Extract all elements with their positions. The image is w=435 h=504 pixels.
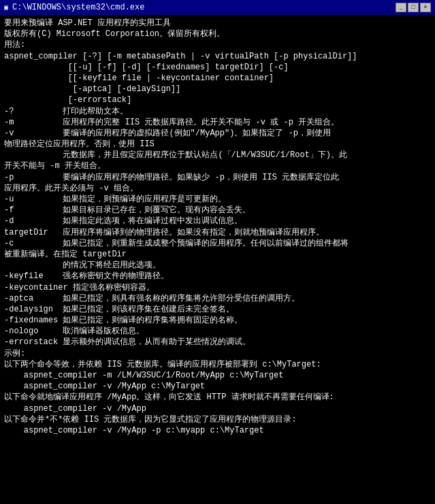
terminal-line: -fixednames 如果已指定，则编译的程序集将拥有固定的名称。	[4, 315, 431, 326]
terminal-line: -delaysign 如果已指定，则该程序集在创建后未完全签名。	[4, 304, 431, 315]
terminal-line: 以下两个命令等效，并依赖 IIS 元数据库。编译的应用程序被部署到 c:\MyT…	[4, 359, 431, 370]
terminal-output: 要用来预编译 ASP.NET 应用程序的实用工具版权所有(C) Microsof…	[0, 15, 435, 504]
terminal-line: [-errorstack]	[4, 95, 431, 105]
terminal-line: 元数据库，并且假定应用程序位于默认站点(「/LM/W3SUC/1/Root」下)…	[4, 150, 431, 161]
terminal-line: -nologo 取消编译器版权信息。	[4, 326, 431, 337]
minimize-button[interactable]: _	[396, 3, 406, 12]
terminal-line: aspnet_compiler -m /LM/W3SUC/1/Root/MyAp…	[4, 370, 431, 381]
terminal-line: -c 如果已指定，则重新生成成整个预编译的应用程序。任何以前编译过的组件都将	[4, 238, 431, 249]
terminal-line: [-aptca] [-delaySign]]	[4, 84, 431, 95]
title-bar-left: ▣ C:\WINDOWS\system32\cmd.exe	[4, 3, 144, 12]
terminal-line: 版权所有(C) Microsoft Corporation。保留所有权利。	[4, 29, 431, 39]
terminal-line: -errorstack 显示额外的调试信息，从而有助于某些情况的调试。	[4, 337, 431, 348]
terminal-line: -f 如果目标目录已存在，则覆写它。现有内容会丢失。	[4, 205, 431, 216]
terminal-line: 以下命令就地编译应用程序 /MyApp。这样，向它发送 HTTP 请求时就不再需…	[4, 392, 431, 403]
terminal-line: -keycontainer 指定强名称密钥容器。	[4, 282, 431, 293]
terminal-line: -u 如果指定，则预编译的应用程序是可更新的。	[4, 194, 431, 205]
terminal-line: targetDir 应用程序将编译到的物理路径。如果没有指定，则就地预编译应用程…	[4, 227, 431, 238]
terminal-line: 物理路径定位应用程序。否则，使用 IIS	[4, 139, 431, 150]
terminal-line: -? 打印此帮助文本。	[4, 106, 431, 117]
title-bar-controls[interactable]: _ □ ×	[396, 3, 431, 12]
close-button[interactable]: ×	[420, 3, 431, 12]
cmd-icon: ▣	[4, 3, 8, 12]
terminal-line: 被重新编译。在指定 targetDir	[4, 249, 431, 260]
terminal-line: aspnet_compiler -v /MyApp -p c:\myapp c:…	[4, 425, 431, 436]
terminal-line: aspnet_compiler [-?] [-m metabasePath | …	[4, 51, 431, 62]
window-title: C:\WINDOWS\system32\cmd.exe	[12, 3, 144, 12]
terminal-line: -d 如果指定此选项，将在编译过程中发出调试信息。	[4, 216, 431, 226]
terminal-line: [[-keyfile file | -keycontainer containe…	[4, 73, 431, 84]
maximize-button[interactable]: □	[408, 3, 419, 12]
terminal-line: -m 应用程序的完整 IIS 元数据库路径。此开关不能与 -v 或 -p 开关组…	[4, 117, 431, 128]
terminal-line: -aptca 如果已指定，则具有强名称的程序集将允许部分受信任的调用方。	[4, 293, 431, 304]
terminal-line: aspnet_compiler -v /MyApp c:\MyTarget	[4, 381, 431, 392]
terminal-line: aspnet_compiler -v /MyApp	[4, 403, 431, 414]
terminal-line: 要用来预编译 ASP.NET 应用程序的实用工具	[4, 18, 431, 29]
terminal-line: 以下命令并*不*依赖 IIS 元数据库，因为它显式指定了应用程序的物理源目录:	[4, 414, 431, 425]
terminal-line: -p 要编译的应用程序的物理路径。如果缺少 -p，则使用 IIS 元数据库定位此	[4, 172, 431, 183]
terminal-line: 示例:	[4, 348, 431, 359]
title-bar: ▣ C:\WINDOWS\system32\cmd.exe _ □ ×	[0, 0, 435, 15]
window: ▣ C:\WINDOWS\system32\cmd.exe _ □ × 要用来预…	[0, 0, 435, 504]
terminal-line: 的情况下将经启用此选项。	[4, 260, 431, 271]
terminal-line: 开关不能与 -m 开关组合。	[4, 161, 431, 171]
terminal-line: -keyfile 强名称密钥文件的物理路径。	[4, 271, 431, 282]
terminal-line: -v 要编译的应用程序的虚拟路径(例如"/MyApp")。如果指定了 -p，则使…	[4, 128, 431, 139]
terminal-line: 用法:	[4, 39, 431, 50]
terminal-line: [[-u] [-f] [-d] [-fixednames] targetDir]…	[4, 62, 431, 73]
terminal-line: 应用程序。此开关必须与 -v 组合。	[4, 183, 431, 194]
